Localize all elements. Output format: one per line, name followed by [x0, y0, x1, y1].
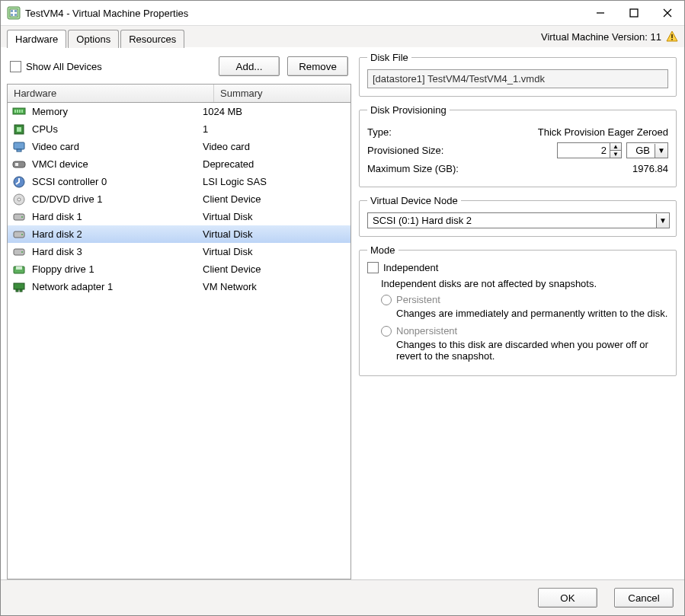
show-all-devices-checkbox[interactable]: Show All Devices	[10, 61, 102, 72]
tab-resources[interactable]: Resources	[120, 30, 184, 48]
independent-description: Independent disks are not affected by sn…	[381, 278, 668, 289]
cancel-button[interactable]: Cancel	[614, 588, 674, 608]
svg-rect-3	[14, 10, 17, 12]
spinner-up-icon[interactable]: ▲	[610, 143, 621, 150]
disk-prov-legend: Disk Provisioning	[367, 104, 450, 116]
maximum-size-value: 1976.84	[497, 163, 668, 174]
persistent-label: Persistent	[396, 294, 440, 305]
radio-icon	[381, 295, 392, 305]
hardware-row[interactable]: Floppy drive 1Client Device	[8, 260, 351, 278]
spinner-down-icon[interactable]: ▼	[610, 150, 621, 158]
checkbox-icon	[367, 262, 379, 273]
svg-rect-4	[11, 14, 13, 16]
size-unit-combo[interactable]: GB ▼	[626, 142, 668, 158]
content-area: Show All Devices Add... Remove Hardware …	[1, 47, 684, 579]
size-unit-value: GB	[627, 143, 655, 158]
dialog-footer: OK Cancel	[1, 579, 684, 615]
right-panel: Disk File [datastore1] TestVM4/TestVM4_1…	[359, 52, 678, 579]
cd-icon	[12, 193, 26, 206]
vmci-icon	[12, 158, 26, 171]
chevron-down-icon: ▼	[656, 214, 669, 228]
svg-point-26	[18, 198, 21, 201]
disk-file-legend: Disk File	[367, 52, 411, 63]
mode-legend: Mode	[367, 244, 399, 256]
provisioned-size-input[interactable]	[558, 143, 610, 158]
hardware-name: Memory	[32, 106, 200, 117]
independent-checkbox[interactable]: Independent	[367, 262, 668, 273]
chevron-down-icon: ▼	[655, 144, 667, 158]
hardware-summary: Client Device	[200, 263, 346, 275]
svg-rect-2	[11, 10, 13, 12]
hardware-row[interactable]: CPUs1	[8, 120, 351, 138]
disk-type-label: Type:	[367, 126, 466, 138]
svg-rect-21	[17, 149, 21, 152]
hardware-row[interactable]: VMCI deviceDeprecated	[8, 155, 351, 173]
radio-icon	[381, 326, 392, 337]
hardware-row[interactable]: Memory1024 MB	[8, 103, 351, 120]
hardware-name: SCSI controller 0	[32, 176, 200, 187]
hardware-summary: Video card	[200, 141, 346, 152]
column-hardware[interactable]: Hardware	[8, 85, 214, 102]
svg-rect-35	[14, 283, 24, 289]
svg-rect-23	[15, 163, 18, 166]
close-button[interactable]	[651, 1, 684, 25]
provisioned-size-spinner[interactable]: ▲ ▼	[557, 142, 622, 158]
hardware-row[interactable]: Hard disk 1Virtual Disk	[8, 208, 351, 225]
tab-options[interactable]: Options	[68, 30, 119, 48]
svg-rect-7	[630, 9, 638, 17]
nonpersistent-label: Nonpersistent	[396, 325, 457, 337]
hardware-row[interactable]: Hard disk 2Virtual Disk	[8, 225, 351, 243]
nonpersistent-description: Changes to this disk are discarded when …	[396, 339, 668, 362]
vm-version-label: Virtual Machine Version: 11	[541, 31, 661, 43]
hardware-name: CPUs	[32, 123, 200, 135]
hardware-name: Hard disk 3	[32, 246, 200, 257]
column-summary[interactable]: Summary	[214, 85, 351, 102]
hardware-row[interactable]: SCSI controller 0LSI Logic SAS	[8, 173, 351, 190]
minimize-button[interactable]	[584, 1, 617, 25]
ok-button[interactable]: OK	[538, 588, 597, 608]
persistent-radio: Persistent	[381, 294, 668, 305]
hardware-row[interactable]: CD/DVD drive 1Client Device	[8, 190, 351, 208]
add-button[interactable]: Add...	[219, 56, 280, 76]
virtual-device-node-group: Virtual Device Node SCSI (0:1) Hard disk…	[359, 195, 677, 237]
hardware-summary: Virtual Disk	[200, 211, 346, 222]
svg-rect-19	[17, 127, 21, 132]
svg-rect-22	[13, 161, 25, 168]
nic-icon	[12, 280, 26, 294]
hardware-summary: Client Device	[200, 193, 346, 205]
hardware-list-header: Hardware Summary	[7, 84, 351, 103]
show-all-devices-label: Show All Devices	[26, 61, 102, 72]
hardware-name: CD/DVD drive 1	[32, 193, 200, 205]
svg-rect-5	[14, 14, 17, 16]
svg-rect-37	[20, 289, 22, 292]
vm-properties-window: TestVM4 - Virtual Machine Properties Har…	[0, 0, 685, 616]
hardware-summary: VM Network	[200, 281, 346, 292]
remove-button[interactable]: Remove	[287, 56, 348, 76]
hardware-row[interactable]: Video cardVideo card	[8, 138, 351, 155]
hardware-summary: Deprecated	[200, 158, 346, 170]
svg-rect-16	[19, 110, 21, 113]
hardware-name: Hard disk 2	[32, 228, 200, 240]
hardware-row[interactable]: Network adapter 1VM Network	[8, 278, 351, 295]
independent-label: Independent	[383, 262, 438, 273]
warning-icon	[666, 30, 678, 43]
hardware-list[interactable]: Memory1024 MBCPUs1Video cardVideo cardVM…	[7, 103, 351, 579]
hardware-summary: Virtual Disk	[200, 228, 346, 240]
disk-icon	[12, 210, 26, 224]
svg-rect-14	[14, 110, 16, 113]
hardware-name: Floppy drive 1	[32, 263, 200, 275]
window-title: TestVM4 - Virtual Machine Properties	[25, 8, 584, 19]
svg-rect-20	[14, 142, 24, 149]
left-panel: Show All Devices Add... Remove Hardware …	[7, 52, 351, 579]
hardware-row[interactable]: Hard disk 3Virtual Disk	[8, 243, 351, 260]
vdn-combo[interactable]: SCSI (0:1) Hard disk 2 ▼	[367, 212, 670, 228]
tab-hardware[interactable]: Hardware	[7, 30, 66, 48]
maximize-button[interactable]	[617, 1, 651, 25]
tabs-row: Hardware Options Resources Virtual Machi…	[1, 26, 684, 47]
provisioned-size-label: Provisioned Size:	[367, 145, 466, 156]
hardware-name: VMCI device	[32, 158, 200, 170]
tabs: Hardware Options Resources	[7, 26, 186, 47]
left-top-row: Show All Devices Add... Remove	[7, 52, 351, 84]
svg-rect-12	[671, 39, 673, 40]
maximum-size-label: Maximum Size (GB):	[367, 163, 497, 174]
